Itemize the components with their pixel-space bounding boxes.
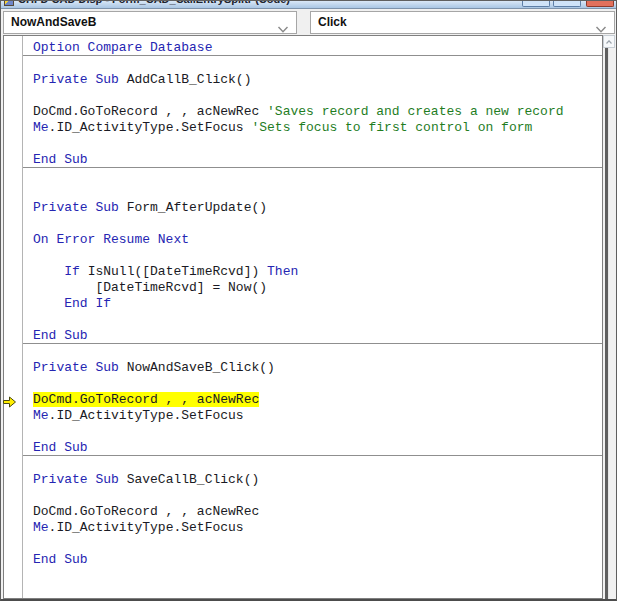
code-line [23,376,602,392]
code-line: On Error Resume Next [23,232,602,248]
code-line [23,216,602,232]
code-line: DoCmd.GoToRecord , , acNewRec [23,504,602,520]
maximize-button[interactable] [553,1,581,7]
code-line [23,88,602,104]
form-code-icon [4,1,14,6]
margin-indicator-bar[interactable] [4,36,23,598]
code-line: Private Sub SaveCallB_Click() [23,472,602,488]
window-titlebar[interactable]: CHFD CAD Disp - Form_CAD_CallEntrySplitr… [1,1,616,9]
code-line: End Sub [23,552,602,568]
code-line: DoCmd.GoToRecord , , acNewRec [23,392,602,408]
code-line: Me.ID_ActivityType.SetFocus [23,408,602,424]
code-line [23,584,602,598]
scroll-up-button[interactable] [603,35,615,48]
code-line: Me.ID_ActivityType.SetFocus [23,520,602,536]
code-line: Me.ID_ActivityType.SetFocus 'Sets focus … [23,120,602,136]
code-line: End Sub [23,440,602,456]
code-line [23,456,602,472]
code-line: Option Compare Database [23,40,602,56]
code-line [23,344,602,360]
code-line [23,568,602,584]
vbe-code-window: CHFD CAD Disp - Form_CAD_CallEntrySplitr… [0,0,617,601]
code-line: Private Sub NowAndSaveB_Click() [23,360,602,376]
code-line [23,536,602,552]
code-editor[interactable]: Option Compare DatabasePrivate Sub AddCa… [23,36,602,598]
code-line: DoCmd.GoToRecord , , acNewRec 'Saves rec… [23,104,602,120]
object-combobox[interactable]: NowAndSaveB [3,11,297,34]
code-line [23,248,602,264]
code-line: Private Sub Form_AfterUpdate() [23,200,602,216]
code-line [23,168,602,184]
vertical-scrollbar[interactable] [603,35,615,599]
code-line [23,136,602,152]
code-line [23,312,602,328]
highlighted-statement: DoCmd.GoToRecord , , acNewRec [33,392,259,407]
procedure-combobox-value: Click [318,15,347,29]
close-button[interactable] [586,1,614,7]
code-line: If IsNull([DateTimeRcvd]) Then [23,264,602,280]
code-line: [DateTimeRcvd] = Now() [23,280,602,296]
window-title: CHFD CAD Disp - Form_CAD_CallEntrySplitr… [18,1,290,5]
code-line [23,488,602,504]
code-line: End Sub [23,328,602,344]
code-pane: Option Compare DatabasePrivate Sub AddCa… [3,35,603,599]
code-line: Private Sub AddCallB_Click() [23,72,602,88]
code-line: End If [23,296,602,312]
window-controls [522,1,614,7]
code-line [23,424,602,440]
chevron-down-icon[interactable] [595,20,607,28]
next-statement-arrow-icon [3,394,17,406]
object-combobox-value: NowAndSaveB [11,15,96,29]
code-window-header: NowAndSaveB Click [1,9,616,35]
procedure-combobox[interactable]: Click [310,11,615,34]
code-line: End Sub [23,152,602,168]
code-line [23,56,602,72]
chevron-down-icon[interactable] [277,20,289,28]
scrollbar-thumb[interactable] [605,48,609,599]
code-line [23,184,602,200]
minimize-button[interactable] [522,1,550,7]
